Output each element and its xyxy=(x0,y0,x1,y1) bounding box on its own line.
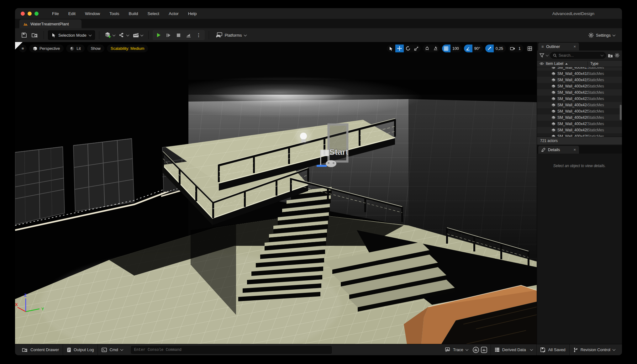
editor-window: FileEditWindowToolsBuildSelectActorHelp … xyxy=(15,8,622,355)
outliner-row[interactable]: SM_Wall_400x427 StaticMes xyxy=(537,121,622,127)
revision-control-dropdown[interactable]: Revision Control xyxy=(570,344,619,355)
blueprints-button[interactable] xyxy=(118,30,130,40)
maximize-window-button[interactable] xyxy=(34,12,39,16)
outliner-search[interactable] xyxy=(550,52,606,59)
select-tool-button[interactable] xyxy=(387,45,395,52)
outliner-list[interactable]: SM_Wall_400x417 StaticMes SM_Wall_400x41… xyxy=(537,67,622,137)
platforms-label: Platforms xyxy=(225,33,242,38)
scene-light-bulb[interactable] xyxy=(296,129,311,144)
rotation-snap-toggle[interactable] xyxy=(464,45,472,52)
camera-speed-value[interactable]: 1 xyxy=(517,46,524,51)
content-drawer-button[interactable]: Content Drawer xyxy=(18,344,63,355)
rotate-icon xyxy=(406,46,410,51)
trace-dropdown[interactable]: Trace xyxy=(441,344,472,355)
quick-add-actor-button[interactable] xyxy=(103,30,116,40)
outliner-row[interactable]: SM_Wall_400x419 StaticMes xyxy=(537,77,622,83)
chevron-down-icon[interactable] xyxy=(546,53,549,56)
outliner-row[interactable]: SM_Wall_400x424 StaticMes xyxy=(537,102,622,108)
console-command-field[interactable] xyxy=(131,346,332,354)
main-toolbar: Selection Mode ⋮ Platforms xyxy=(15,28,622,42)
static-mesh-icon xyxy=(551,78,555,82)
settings-dropdown[interactable]: Settings xyxy=(586,30,618,40)
derived-data-dropdown[interactable]: Derived Data xyxy=(491,344,536,355)
platforms-dropdown[interactable]: Platforms xyxy=(213,30,249,40)
rotation-snap-value[interactable]: 90° xyxy=(472,46,483,51)
outliner-tab[interactable]: ≡ Outliner × xyxy=(538,43,579,50)
outliner-row[interactable]: SM_Wall_400x426 StaticMes xyxy=(537,114,622,121)
type-column-header[interactable]: Type xyxy=(587,61,622,66)
chevron-down-icon[interactable] xyxy=(601,53,604,56)
outliner-row[interactable]: SM_Wall_400x429 StaticMes xyxy=(537,133,622,137)
surface-snapping-button[interactable] xyxy=(431,45,440,52)
scale-snap-value[interactable]: 0,25 xyxy=(494,46,506,51)
outliner-row[interactable]: SM_Wall_400x423 StaticMes xyxy=(537,96,622,102)
search-input[interactable] xyxy=(559,53,599,58)
show-flags-dropdown[interactable]: Show xyxy=(87,45,104,52)
level-viewport[interactable]: Start Z Y X xyxy=(15,42,537,344)
menu-item[interactable]: Select xyxy=(143,10,164,17)
cinematics-button[interactable] xyxy=(131,30,144,40)
filter-icon[interactable] xyxy=(540,53,544,57)
browse-content-button[interactable] xyxy=(30,30,39,40)
stop-button[interactable] xyxy=(174,30,183,40)
level-tab-title: WaterTreatmentPlant xyxy=(30,22,69,26)
view-mode-dropdown[interactable]: Lit xyxy=(66,45,84,52)
outliner-tab-title: Outliner xyxy=(546,45,560,49)
menu-item[interactable]: Build xyxy=(124,10,143,17)
minimize-window-button[interactable] xyxy=(28,12,32,16)
insights-snapshot-button[interactable] xyxy=(481,347,487,353)
play-options-menu[interactable]: ⋮ xyxy=(194,30,203,40)
menu-item[interactable]: Actor xyxy=(164,10,183,17)
outliner-row[interactable]: SM_Wall_400x428 StaticMes xyxy=(537,127,622,133)
outliner-row[interactable]: SM_Wall_400x425 StaticMes xyxy=(537,108,622,114)
outliner-row[interactable]: SM_Wall_400x418 StaticMes xyxy=(537,71,622,77)
menu-item[interactable]: Edit xyxy=(64,10,80,17)
outliner-row[interactable]: SM_Wall_400x422 StaticMes xyxy=(537,89,622,96)
eject-possess-button[interactable] xyxy=(184,30,193,40)
maximize-viewport-button[interactable] xyxy=(526,45,534,52)
output-log-button[interactable]: Output Log xyxy=(63,344,97,355)
play-button[interactable] xyxy=(154,30,163,40)
editor-mode-dropdown[interactable]: Selection Mode xyxy=(48,30,95,40)
insights-bars-icon xyxy=(474,348,477,351)
content-drawer-label: Content Drawer xyxy=(30,347,59,352)
cmd-dropdown[interactable]: Cmd xyxy=(98,344,126,355)
save-status-button[interactable]: All Saved xyxy=(537,344,569,355)
perspective-dropdown[interactable]: Perspective xyxy=(29,45,64,52)
scale-snap-toggle[interactable] xyxy=(485,45,494,52)
save-button[interactable] xyxy=(19,30,29,40)
scrollbar-thumb[interactable] xyxy=(620,105,622,120)
menu-item[interactable]: File xyxy=(47,10,64,17)
scale-tool-button[interactable] xyxy=(412,45,421,52)
close-window-button[interactable] xyxy=(21,12,25,16)
level-tab[interactable]: WaterTreatmentPlant xyxy=(19,19,82,28)
viewport-scene[interactable]: Start Z Y X xyxy=(15,42,537,344)
item-label-column-header[interactable]: Item Label xyxy=(537,61,587,66)
viewport-options-menu[interactable]: ≡ xyxy=(19,45,27,52)
grid-snap-value[interactable]: 100 xyxy=(450,46,462,51)
close-icon[interactable]: × xyxy=(573,147,576,152)
menu-item[interactable]: Window xyxy=(80,10,105,17)
save-icon xyxy=(21,32,27,38)
details-tab[interactable]: Details × xyxy=(538,146,579,154)
scalability-warning[interactable]: Scalability: Medium xyxy=(107,45,148,52)
outliner-scrollbar[interactable] xyxy=(619,67,622,137)
outliner-row[interactable]: SM_Wall_400x420 StaticMes xyxy=(537,83,622,89)
add-cube-icon xyxy=(105,32,111,38)
outliner-row[interactable]: SM_Wall_400x417 StaticMes xyxy=(537,67,622,71)
camera-speed-button[interactable] xyxy=(508,45,517,52)
new-folder-icon[interactable] xyxy=(608,53,613,58)
move-tool-button[interactable] xyxy=(395,45,404,52)
world-local-toggle[interactable] xyxy=(423,45,431,52)
menu-item[interactable]: Tools xyxy=(105,10,124,17)
insights-session-button[interactable] xyxy=(473,347,479,353)
close-icon[interactable]: × xyxy=(573,44,576,49)
menu-item[interactable]: Help xyxy=(183,10,202,17)
console-input[interactable] xyxy=(134,348,329,352)
frame-skip-button[interactable] xyxy=(164,30,173,40)
rotate-tool-button[interactable] xyxy=(404,45,412,52)
outliner-controls xyxy=(537,50,622,60)
perspective-cube-icon xyxy=(33,46,37,51)
outliner-settings-gear-icon[interactable] xyxy=(615,53,619,58)
grid-snap-toggle[interactable] xyxy=(442,45,450,52)
